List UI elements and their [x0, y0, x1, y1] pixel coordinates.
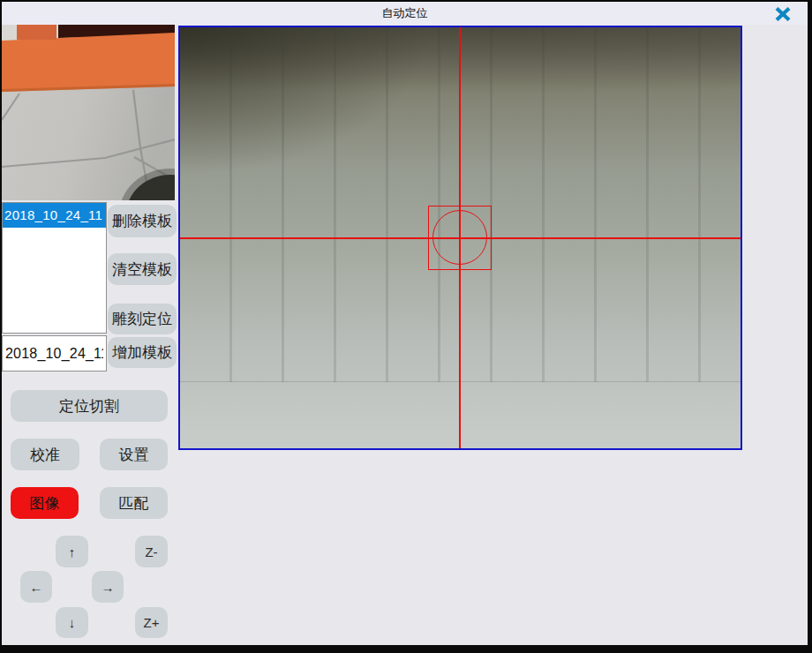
jog-z-plus-button[interactable]: Z+	[135, 607, 168, 638]
thumbnail-image	[2, 25, 175, 200]
jog-z-minus-button[interactable]: Z-	[135, 536, 168, 567]
image-button[interactable]: 图像	[11, 487, 79, 519]
window-title: 自动定位	[2, 2, 808, 25]
template-list-item[interactable]: 2018_10_24_11	[3, 203, 106, 228]
close-icon	[775, 7, 791, 21]
delete-template-button[interactable]: 删除模板	[108, 205, 177, 237]
settings-button[interactable]: 设置	[100, 439, 168, 470]
target-circle	[432, 210, 487, 265]
jog-right-button[interactable]: →	[92, 571, 124, 603]
close-button[interactable]	[774, 6, 792, 21]
position-cut-button[interactable]: 定位切割	[11, 390, 168, 422]
match-button[interactable]: 匹配	[100, 487, 168, 519]
clear-template-button[interactable]: 清空模板	[108, 253, 177, 285]
template-list[interactable]: 2018_10_24_11	[2, 202, 107, 334]
engrave-position-button[interactable]: 雕刻定位	[108, 304, 177, 334]
add-template-button[interactable]: 增加模板	[108, 337, 177, 368]
camera-view[interactable]	[178, 26, 742, 450]
calibrate-button[interactable]: 校准	[11, 439, 79, 470]
auto-position-dialog: 自动定位	[2, 2, 808, 645]
title-bar: 自动定位	[2, 2, 808, 25]
camera-thumbnail	[2, 25, 175, 200]
jog-down-button[interactable]: ↓	[56, 607, 88, 638]
jog-left-button[interactable]: ←	[20, 571, 52, 603]
jog-up-button[interactable]: ↑	[56, 536, 88, 567]
template-name-input[interactable]	[2, 335, 107, 372]
